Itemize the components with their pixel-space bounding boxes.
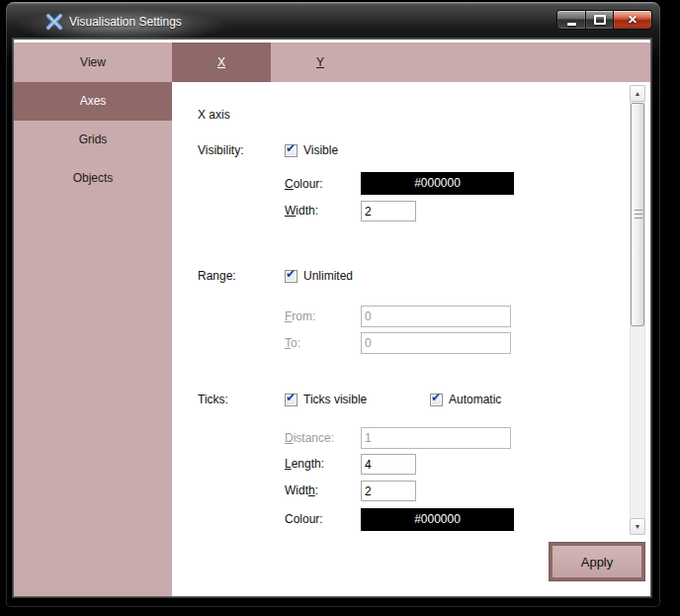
scrollbar-thumb[interactable] bbox=[631, 103, 644, 326]
sidebar-item-axes[interactable]: Axes bbox=[14, 82, 172, 121]
check-icon: ✔ bbox=[431, 392, 441, 404]
from-label: From: bbox=[285, 309, 315, 324]
automatic-checkbox-label[interactable]: Automatic bbox=[449, 393, 501, 407]
width-label: Width: bbox=[285, 204, 318, 219]
range-to-input[interactable] bbox=[361, 332, 511, 354]
close-icon: ✕ bbox=[628, 11, 638, 29]
sidebar-item-objects[interactable]: Objects bbox=[14, 159, 172, 198]
panel-heading: X axis bbox=[198, 108, 230, 123]
vertical-scrollbar[interactable]: ▲ ▼ bbox=[630, 85, 645, 535]
tab-strip: View X Y bbox=[14, 43, 650, 82]
scrollbar-grip-icon bbox=[635, 210, 642, 220]
scroll-up-button[interactable]: ▲ bbox=[630, 85, 645, 102]
minimize-icon bbox=[567, 23, 576, 26]
ticks-visible-checkbox[interactable]: ✔ bbox=[285, 394, 298, 406]
check-icon: ✔ bbox=[286, 392, 296, 404]
unlimited-checkbox-label[interactable]: Unlimited bbox=[303, 269, 353, 284]
tick-width-input[interactable] bbox=[361, 481, 416, 501]
tab-y[interactable]: Y bbox=[271, 43, 370, 82]
tick-colour-label: Colour: bbox=[285, 512, 323, 527]
tab-view[interactable]: View bbox=[14, 43, 172, 82]
ticks-visible-checkbox-label[interactable]: Ticks visible bbox=[303, 393, 367, 407]
maximize-icon bbox=[594, 15, 606, 25]
dialog-client-area: View X Y Axes Grids Objects X axis Visib… bbox=[14, 40, 650, 596]
sidebar: Axes Grids Objects bbox=[14, 82, 172, 596]
axes-settings-panel: X axis Visibility: ✔ Visible Colour: #00… bbox=[172, 82, 650, 596]
visible-checkbox-label[interactable]: Visible bbox=[303, 143, 338, 158]
distance-label: Distance: bbox=[285, 431, 334, 446]
to-label: To: bbox=[285, 336, 300, 351]
check-icon: ✔ bbox=[286, 268, 296, 281]
titlebar[interactable]: Visualisation Settings ✕ bbox=[6, 2, 660, 40]
app-icon bbox=[45, 13, 63, 31]
visibility-label: Visibility: bbox=[198, 143, 243, 158]
automatic-checkbox[interactable]: ✔ bbox=[430, 394, 443, 406]
tick-distance-input[interactable] bbox=[361, 427, 511, 449]
window-title: Visualisation Settings bbox=[69, 15, 182, 29]
apply-button[interactable]: Apply bbox=[550, 543, 644, 580]
range-from-input[interactable] bbox=[361, 306, 511, 327]
length-label: Length: bbox=[285, 457, 324, 472]
sidebar-item-grids[interactable]: Grids bbox=[14, 121, 172, 159]
tick-length-input[interactable] bbox=[361, 454, 416, 475]
scroll-up-icon: ▲ bbox=[631, 86, 644, 101]
close-button[interactable]: ✕ bbox=[613, 10, 652, 30]
range-label: Range: bbox=[198, 269, 236, 284]
colour-label: Colour: bbox=[285, 177, 323, 192]
visualisation-settings-window: Visualisation Settings ✕ View X Y Axes G… bbox=[6, 2, 660, 607]
ticks-label: Ticks: bbox=[198, 393, 228, 407]
axis-colour-swatch[interactable]: #000000 bbox=[361, 172, 514, 195]
minimize-button[interactable] bbox=[556, 10, 586, 30]
scroll-down-icon: ▼ bbox=[631, 519, 644, 534]
window-controls: ✕ bbox=[556, 10, 652, 30]
tick-colour-swatch[interactable]: #000000 bbox=[361, 508, 514, 531]
axis-width-input[interactable] bbox=[361, 201, 416, 221]
maximize-button[interactable] bbox=[586, 10, 613, 30]
check-icon: ✔ bbox=[286, 142, 296, 155]
scroll-down-button[interactable]: ▼ bbox=[630, 518, 645, 535]
tick-width-label: Width: bbox=[285, 484, 318, 498]
unlimited-checkbox[interactable]: ✔ bbox=[285, 270, 298, 283]
tab-x[interactable]: X bbox=[172, 43, 271, 82]
visible-checkbox[interactable]: ✔ bbox=[285, 144, 298, 157]
